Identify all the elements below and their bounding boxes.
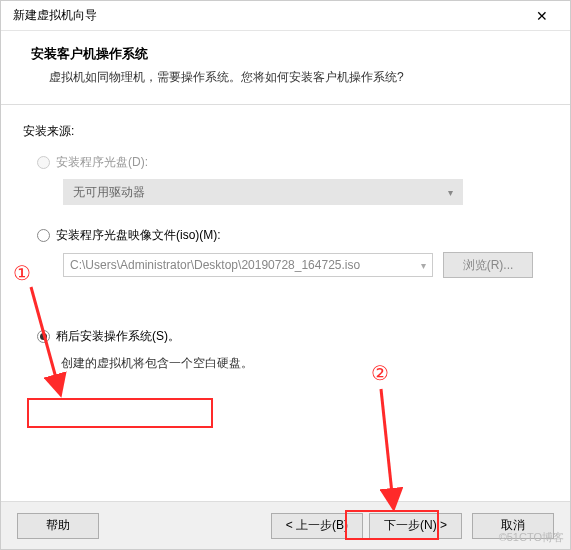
option-install-later[interactable]: 稍后安装操作系统(S)。 xyxy=(37,328,548,345)
option-disc-label: 安装程序光盘(D): xyxy=(56,154,148,171)
header-subtitle: 虚拟机如同物理机，需要操作系统。您将如何安装客户机操作系统? xyxy=(31,69,550,86)
titlebar: 新建虚拟机向导 ✕ xyxy=(1,1,570,31)
red-highlight-later xyxy=(27,398,213,428)
option-iso-label: 安装程序光盘映像文件(iso)(M): xyxy=(56,227,221,244)
red-arrow-two xyxy=(371,385,421,511)
iso-path-input[interactable]: C:\Users\Administrator\Desktop\20190728_… xyxy=(63,253,433,277)
help-button[interactable]: 帮助 xyxy=(17,513,99,539)
next-button[interactable]: 下一步(N) > xyxy=(369,513,462,539)
wizard-header: 安装客户机操作系统 虚拟机如同物理机，需要操作系统。您将如何安装客户机操作系统? xyxy=(1,31,570,105)
wizard-footer: 帮助 < 上一步(B) 下一步(N) > 取消 xyxy=(1,501,570,549)
back-button[interactable]: < 上一步(B) xyxy=(271,513,363,539)
wizard-dialog: 新建虚拟机向导 ✕ 安装客户机操作系统 虚拟机如同物理机，需要操作系统。您将如何… xyxy=(0,0,571,550)
content-area: 安装来源: 安装程序光盘(D): 无可用驱动器 ▾ 安装程序光盘映像文件(iso… xyxy=(1,105,570,372)
option-installer-disc[interactable]: 安装程序光盘(D): xyxy=(37,154,548,171)
later-description: 创建的虚拟机将包含一个空白硬盘。 xyxy=(61,355,548,372)
chevron-down-icon: ▾ xyxy=(448,187,453,198)
window-title: 新建虚拟机向导 xyxy=(13,7,97,24)
radio-icon xyxy=(37,330,50,343)
later-section: 稍后安装操作系统(S)。 创建的虚拟机将包含一个空白硬盘。 xyxy=(23,328,548,372)
iso-path-text: C:\Users\Administrator\Desktop\20190728_… xyxy=(70,258,360,272)
iso-row: C:\Users\Administrator\Desktop\20190728_… xyxy=(63,252,548,278)
option-iso-file[interactable]: 安装程序光盘映像文件(iso)(M): xyxy=(37,227,548,244)
drive-dropdown: 无可用驱动器 ▾ xyxy=(63,179,463,205)
svg-line-1 xyxy=(381,389,393,503)
close-icon[interactable]: ✕ xyxy=(522,2,562,30)
radio-icon xyxy=(37,229,50,242)
install-source-label: 安装来源: xyxy=(23,123,548,140)
browse-label: 浏览(R)... xyxy=(463,257,514,274)
dropdown-placeholder: 无可用驱动器 xyxy=(73,184,145,201)
chevron-down-icon: ▾ xyxy=(421,260,426,271)
watermark: ©51CTO博客 xyxy=(499,530,564,545)
header-title: 安装客户机操作系统 xyxy=(31,45,550,63)
browse-button[interactable]: 浏览(R)... xyxy=(443,252,533,278)
radio-icon xyxy=(37,156,50,169)
option-later-label: 稍后安装操作系统(S)。 xyxy=(56,328,180,345)
